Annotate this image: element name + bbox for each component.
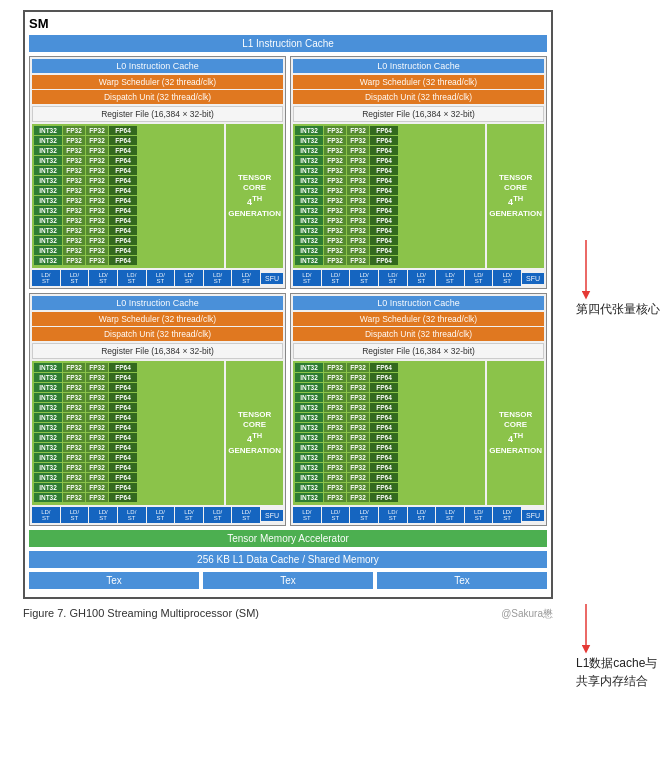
int-fp-grid-tl: INT32FP32FP32FP64 INT32FP32FP32FP64 INT3… [32,124,224,268]
tensor-core-label-br: TENSORCORE4THGENERATION [489,410,542,456]
register-file-tl: Register File (16,384 × 32-bit) [32,106,283,122]
sfu-tr: SFU [522,273,544,284]
tensor-memory-accelerator: Tensor Memory Accelerator [29,530,547,547]
int-fp-grid-bl: INT32FP32FP32FP64 INT32FP32FP32FP64 INT3… [32,361,224,505]
compute-area-br: INT32FP32FP32FP64 INT32FP32FP32FP64 INT3… [293,361,544,505]
warp-scheduler-bl: Warp Scheduler (32 thread/clk) [32,312,283,326]
compute-area-bl: INT32FP32FP32FP64 INT32FP32FP32FP64 INT3… [32,361,283,505]
sfu-br: SFU [522,510,544,521]
dispatch-unit-tr: Dispatch Unit (32 thread/clk) [293,90,544,104]
tensor-core-tr: TENSORCORE4THGENERATION [487,124,544,268]
tensor-core-label-bl: TENSORCORE4THGENERATION [228,410,281,456]
annotation-fourth-gen: 第四代张量核心 [576,240,660,318]
tensor-core-label-tr: TENSORCORE4THGENERATION [489,173,542,219]
l1-data-cache: 256 KB L1 Data Cache / Shared Memory [29,551,547,568]
tex-1: Tex [29,572,199,589]
warp-scheduler-tl: Warp Scheduler (32 thread/clk) [32,75,283,89]
warp-scheduler-tr: Warp Scheduler (32 thread/clk) [293,75,544,89]
ld-st-row-tr: LD/ST LD/ST LD/ST LD/ST LD/ST LD/ST LD/S… [293,270,544,286]
l0-cache-br: L0 Instruction Cache [293,296,544,310]
tensor-core-label-tl: TENSORCORE4THGENERATION [228,173,281,219]
annotation-l1-cache: L1数据cache与 共享内存结合 [576,604,660,690]
warp-scheduler-br: Warp Scheduler (32 thread/clk) [293,312,544,326]
tensor-core-br: TENSORCORE4THGENERATION [487,361,544,505]
csdn-credit: @Sakura懋 [501,607,553,621]
quadrants-container: L0 Instruction Cache Warp Scheduler (32 … [29,56,547,526]
register-file-tr: Register File (16,384 × 32-bit) [293,106,544,122]
l0-cache-tl: L0 Instruction Cache [32,59,283,73]
compute-area-tr: INT32FP32FP32FP64 INT32FP32FP32FP64 INT3… [293,124,544,268]
dispatch-unit-bl: Dispatch Unit (32 thread/clk) [32,327,283,341]
sfu-bl: SFU [261,510,283,521]
tensor-core-bl: TENSORCORE4THGENERATION [226,361,283,505]
quadrant-top-left: L0 Instruction Cache Warp Scheduler (32 … [29,56,286,289]
annotations-container: 第四代张量核心 L1数据cache与 共享内存结合 [576,10,660,690]
register-file-bl: Register File (16,384 × 32-bit) [32,343,283,359]
figure-caption: Figure 7. GH100 Streaming Multiprocessor… [23,607,553,619]
quadrant-bottom-right: L0 Instruction Cache Warp Scheduler (32 … [290,293,547,526]
int-fp-grid-br: INT32FP32FP32FP64 INT32FP32FP32FP64 INT3… [293,361,485,505]
ld-st-row-br: LD/ST LD/ST LD/ST LD/ST LD/ST LD/ST LD/S… [293,507,544,523]
int-fp-grid-tr: INT32FP32FP32FP64 INT32FP32FP32FP64 INT3… [293,124,485,268]
tex-row: Tex Tex Tex [29,572,547,589]
tensor-core-tl: TENSORCORE4THGENERATION [226,124,283,268]
register-file-br: Register File (16,384 × 32-bit) [293,343,544,359]
sm-diagram: SM L1 Instruction Cache L0 Instruction C… [23,10,553,599]
quadrant-bottom-left: L0 Instruction Cache Warp Scheduler (32 … [29,293,286,526]
tex-2: Tex [203,572,373,589]
dispatch-unit-tl: Dispatch Unit (32 thread/clk) [32,90,283,104]
l0-cache-tr: L0 Instruction Cache [293,59,544,73]
compute-area-tl: INT32FP32FP32FP64 INT32FP32FP32FP64 INT3… [32,124,283,268]
dispatch-unit-br: Dispatch Unit (32 thread/clk) [293,327,544,341]
sfu-tl: SFU [261,273,283,284]
tex-3: Tex [377,572,547,589]
l1-instruction-cache: L1 Instruction Cache [29,35,547,52]
ld-st-row-bl: LD/ST LD/ST LD/ST LD/ST LD/ST LD/ST LD/S… [32,507,283,523]
sm-title: SM [29,16,547,31]
quadrant-top-right: L0 Instruction Cache Warp Scheduler (32 … [290,56,547,289]
ld-st-row-tl: LD/ST LD/ST LD/ST LD/ST LD/ST LD/ST LD/S… [32,270,283,286]
l0-cache-bl: L0 Instruction Cache [32,296,283,310]
